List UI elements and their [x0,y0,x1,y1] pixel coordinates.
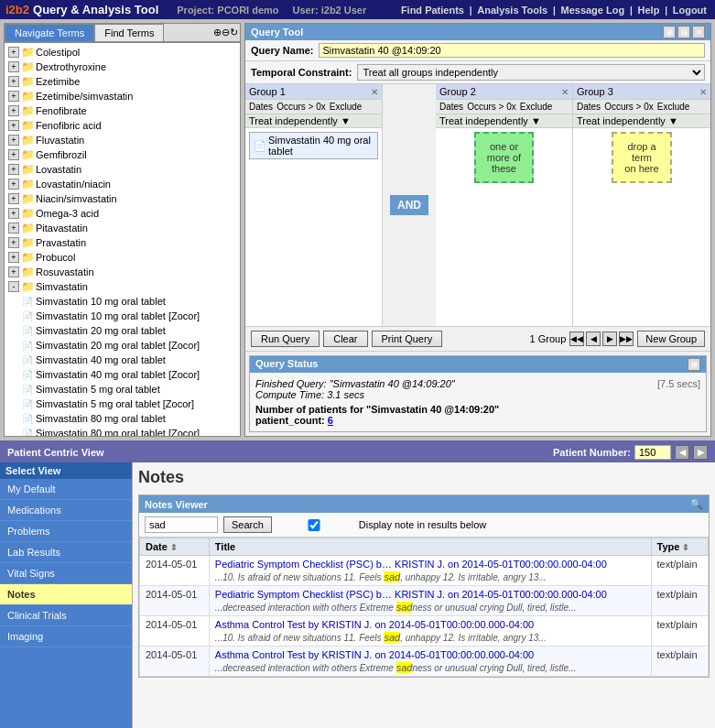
display-note-checkbox[interactable] [277,519,351,531]
tree-item[interactable]: +📁Pitavastatin [6,221,238,235]
sidebar-item-imaging[interactable]: Imaging [0,626,132,647]
tree-item[interactable]: 📄Simvastatin 40 mg oral tablet [Zocor] [6,367,238,382]
col-type[interactable]: Type ⇕ [651,538,708,556]
tree-item[interactable]: 📄Simvastatin 80 mg oral tablet [Zocor] [6,426,238,436]
expand-icon[interactable]: + [8,149,19,160]
tree-item[interactable]: 📄Simvastatin 20 mg oral tablet [6,323,238,338]
print-query-button[interactable]: Print Query [372,331,443,347]
tree-item[interactable]: +📁Pravastatin [6,235,238,250]
tree-item[interactable]: +📁Ezetimibe [6,74,238,89]
tree-item[interactable]: 📄Simvastatin 5 mg oral tablet [6,382,238,397]
note-title-extra-link[interactable]: KRISTIN J. on 2014-05-01T00:00:00.000-04… [395,559,607,570]
expand-icon[interactable]: + [8,105,19,116]
sidebar-item-problems[interactable]: Problems [0,521,132,542]
tree-item[interactable]: +📁Ezetimibe/simvastatin [6,89,238,103]
sidebar-item-notes[interactable]: Notes [0,584,132,605]
expand-icon[interactable]: + [8,135,19,146]
note-title-link[interactable]: Pediatric Symptom Checklist (PSC) b… [215,589,392,600]
tab-find-terms[interactable]: Find Terms [94,24,164,42]
expand-icon[interactable]: + [8,76,19,87]
expand-icon[interactable]: + [8,266,19,277]
group-1-close[interactable]: ✕ [371,87,378,97]
tree-expand-icon[interactable]: ⊕ [213,27,222,38]
expand-icon[interactable]: + [8,208,19,219]
tree-item[interactable]: +📁Fenofibric acid [6,118,238,133]
sidebar-item-mydefault[interactable]: My Default [0,479,132,500]
note-title-extra-link[interactable]: KRISTIN J. on 2014-05-01T00:00:00.000-04… [321,619,534,630]
qt-icon1[interactable]: ⊞ [663,26,676,38]
tab-navigate-terms[interactable]: Navigate Terms [5,24,94,42]
nav-last-button[interactable]: ▶▶ [619,331,634,346]
group-1-item-0[interactable]: 📄 Simvastatin 40 mg oral tablet [249,132,378,159]
tree-item[interactable]: 📄Simvastatin 40 mg oral tablet [6,353,238,367]
query-name-input[interactable] [319,43,705,58]
expand-icon[interactable]: + [8,179,19,190]
tree-item[interactable]: +📁Niacin/simvastatin [6,191,238,206]
tree-item[interactable]: +📁Rosuvastatin [6,265,238,279]
nav-analysis-tools[interactable]: Analysis Tools [477,5,547,16]
patient-count-link[interactable]: 6 [328,415,333,426]
expand-icon[interactable]: + [8,193,19,204]
expand-icon[interactable]: + [8,223,19,234]
tree-item[interactable]: +📁Fenofibrate [6,103,238,118]
patient-nav-prev[interactable]: ◀ [675,445,689,460]
tree-item[interactable]: -📁Simvastatin [6,279,238,294]
expand-icon[interactable]: - [8,281,19,292]
expand-icon[interactable]: + [8,47,19,58]
sidebar-item-clinicaltrials[interactable]: Clinical Trials [0,605,132,626]
tree-item[interactable]: 📄Simvastatin 10 mg oral tablet [6,294,238,309]
tree-item[interactable]: +📁Fluvastatin [6,133,238,147]
patient-nav-next[interactable]: ▶ [693,445,708,460]
note-title-link[interactable]: Asthma Control Test by [215,619,320,630]
temporal-select[interactable]: Treat all groups independently Treat as … [357,64,705,81]
tree-collapse-icon[interactable]: ⊖ [222,27,230,38]
tree-item[interactable]: +📁Gemfibrozil [6,147,238,162]
tree-item[interactable]: 📄Simvastatin 10 mg oral tablet [Zocor] [6,309,238,323]
qt-icon3[interactable]: ✕ [692,26,705,38]
col-title[interactable]: Title [209,538,651,556]
expand-icon[interactable]: + [8,61,19,72]
expand-icon[interactable]: + [8,237,19,248]
expand-icon[interactable]: + [8,164,19,175]
notes-search-button[interactable]: Search [223,516,272,533]
nav-next-button[interactable]: ▶ [602,331,617,346]
nav-find-patients[interactable]: Find Patients [401,5,464,16]
tree-item[interactable]: +📁Dextrothyroxine [6,60,238,74]
nav-prev-button[interactable]: ◀ [586,331,601,346]
qs-icon[interactable]: ⊞ [688,358,700,371]
new-group-button[interactable]: New Group [637,331,705,347]
tree-item[interactable]: +📁Probucol [6,250,238,265]
tree-item[interactable]: +📁Colestipol [6,45,238,60]
patient-number-input[interactable] [634,445,671,460]
expand-icon[interactable]: + [8,252,19,263]
notes-search-input[interactable] [145,516,218,533]
tree-item[interactable]: +📁Lovastatin/niacin [6,177,238,191]
expand-icon[interactable]: + [8,91,19,102]
sidebar-item-labresults[interactable]: Lab Results [0,542,132,563]
run-query-button[interactable]: Run Query [251,331,320,347]
tree-item[interactable]: 📄Simvastatin 20 mg oral tablet [Zocor] [6,338,238,353]
group-3-close[interactable]: ✕ [699,87,707,97]
col-date[interactable]: Date ⇕ [140,538,210,556]
sidebar-item-vitalsigns[interactable]: Vital Signs [0,563,132,584]
clear-button[interactable]: Clear [323,331,367,347]
notes-viewer-icon[interactable]: 🔍 [690,498,703,510]
tree-item[interactable]: 📄Simvastatin 5 mg oral tablet [Zocor] [6,397,238,411]
g3-treat-select[interactable]: Treat independently ▼ [573,114,710,128]
tree-item[interactable]: +📁Omega-3 acid [6,206,238,221]
group-2-close[interactable]: ✕ [561,87,569,97]
nav-first-button[interactable]: ◀◀ [569,331,584,346]
g2-treat-select[interactable]: Treat independently ▼ [436,114,572,128]
sidebar-item-medications[interactable]: Medications [0,500,132,521]
g1-treat-select[interactable]: Treat independently ▼ [245,114,382,128]
nav-logout[interactable]: Logout [673,5,707,16]
expand-icon[interactable]: + [8,120,19,131]
note-title-extra-link[interactable]: KRISTIN J. on 2014-05-01T00:00:00.000-04… [395,589,607,600]
note-title-link[interactable]: Pediatric Symptom Checklist (PSC) b… [215,559,392,570]
tree-item[interactable]: +📁Lovastatin [6,162,238,177]
qt-icon2[interactable]: ⊟ [677,26,690,38]
nav-message-log[interactable]: Message Log [560,5,624,16]
tree-item[interactable]: 📄Simvastatin 80 mg oral tablet [6,411,238,426]
nav-help[interactable]: Help [638,5,660,16]
tree-refresh-icon[interactable]: ↻ [230,27,238,38]
